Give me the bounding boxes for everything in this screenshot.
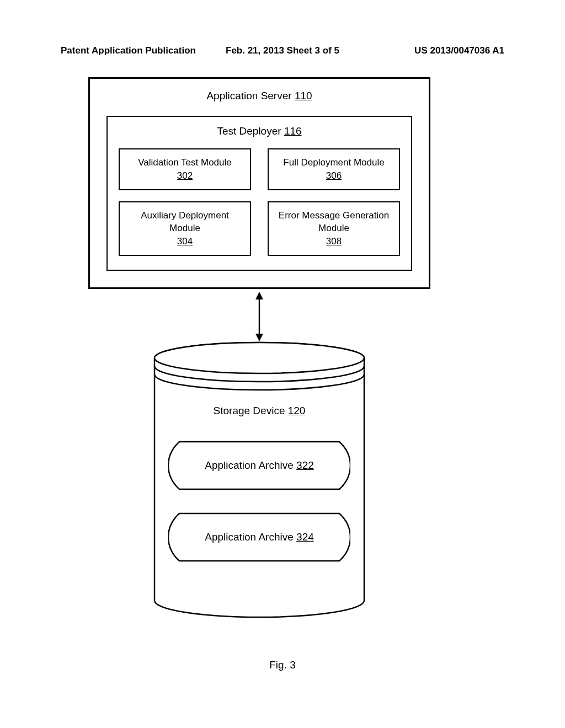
full-deployment-module-ref: 306 — [326, 170, 342, 181]
svg-marker-2 — [255, 334, 263, 341]
storage-device-label: Storage Device — [214, 405, 288, 416]
application-server-box: Application Server 110 Test Deployer 116… — [88, 77, 430, 289]
module-grid: Validation Test Module 302 Full Deployme… — [119, 148, 400, 256]
application-server-title: Application Server 110 — [106, 90, 412, 102]
application-archive-2-label: Application Archive — [205, 531, 296, 543]
header-date-sheet: Feb. 21, 2013 Sheet 3 of 5 — [209, 45, 356, 56]
header-publication: Patent Application Publication — [61, 45, 209, 56]
error-message-module-label: Error Message Generation Module — [273, 209, 395, 235]
header-pub-number: US 2013/0047036 A1 — [356, 45, 504, 56]
application-server-label: Application Server — [206, 90, 294, 101]
storage-device-title: Storage Device 120 — [152, 405, 367, 417]
application-archive-2-ref: 324 — [296, 531, 314, 543]
storage-device-ref: 120 — [288, 405, 306, 416]
application-archive-2-box: Application Archive 324 — [168, 512, 350, 562]
diagram-container: Application Server 110 Test Deployer 116… — [88, 77, 430, 623]
application-archive-1-box: Application Archive 322 — [168, 441, 350, 490]
bidirectional-arrow-icon — [253, 292, 266, 341]
application-server-ref: 110 — [295, 90, 312, 101]
application-archive-1-label: Application Archive — [205, 459, 296, 471]
validation-test-module-box: Validation Test Module 302 — [119, 148, 251, 190]
validation-test-module-ref: 302 — [177, 170, 193, 181]
full-deployment-module-box: Full Deployment Module 306 — [268, 148, 400, 190]
test-deployer-ref: 116 — [284, 125, 302, 137]
auxiliary-deployment-module-label: Auxiliary Deployment Module — [124, 209, 246, 235]
arrow-container — [88, 289, 430, 341]
test-deployer-label: Test Deployer — [217, 125, 284, 137]
validation-test-module-label: Validation Test Module — [124, 156, 246, 169]
error-message-module-box: Error Message Generation Module 308 — [268, 201, 400, 256]
auxiliary-deployment-module-box: Auxiliary Deployment Module 304 — [119, 201, 251, 256]
figure-label: Fig. 3 — [0, 659, 565, 671]
full-deployment-module-label: Full Deployment Module — [273, 156, 395, 169]
svg-marker-1 — [255, 292, 263, 299]
application-archive-1-ref: 322 — [296, 459, 314, 471]
test-deployer-title: Test Deployer 116 — [119, 125, 400, 137]
page-header: Patent Application Publication Feb. 21, … — [61, 45, 504, 56]
storage-device-cylinder: Storage Device 120 Application Archive 3… — [152, 341, 367, 623]
error-message-module-ref: 308 — [326, 236, 342, 247]
auxiliary-deployment-module-ref: 304 — [177, 236, 193, 247]
test-deployer-box: Test Deployer 116 Validation Test Module… — [106, 116, 412, 271]
svg-point-4 — [154, 342, 364, 373]
